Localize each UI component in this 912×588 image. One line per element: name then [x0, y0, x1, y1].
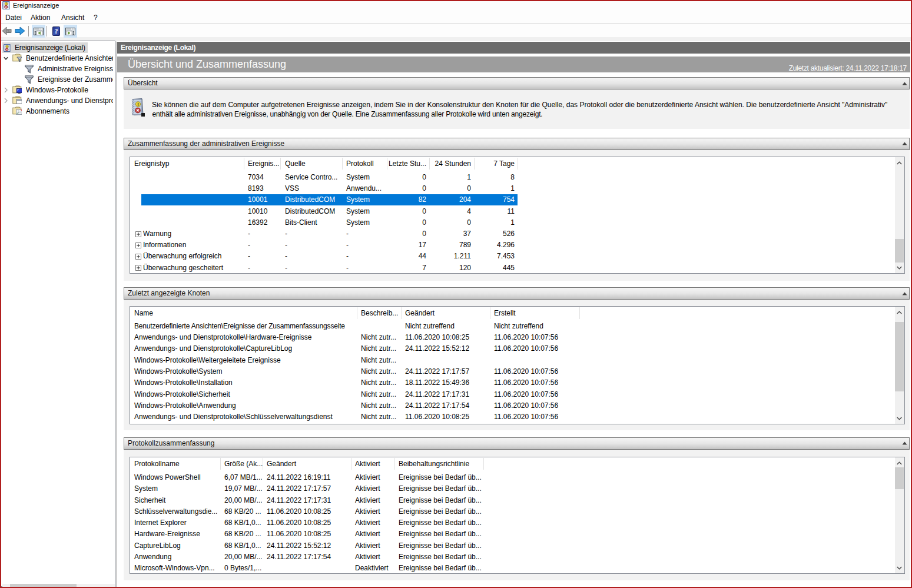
svg-text:!: ! — [137, 102, 139, 107]
svg-text:!: ! — [6, 45, 7, 48]
svg-text:?: ? — [54, 27, 58, 35]
